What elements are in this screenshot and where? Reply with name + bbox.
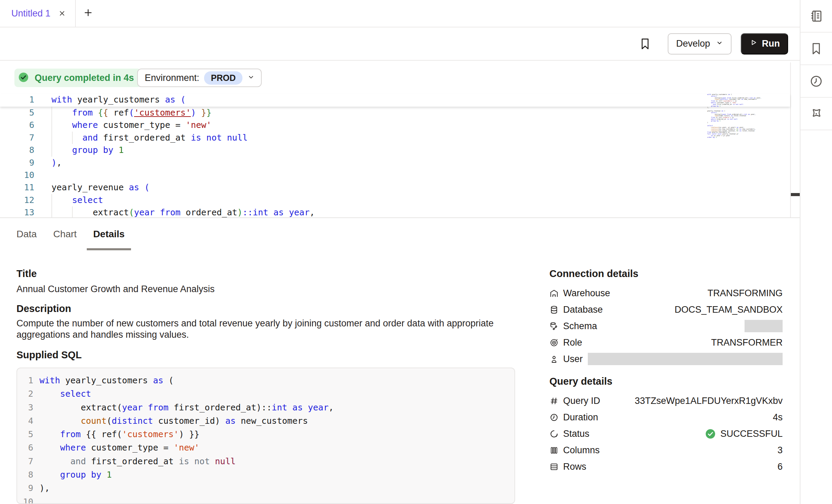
line-content: ),: [33, 481, 50, 495]
line-content: where customer_type = 'new': [33, 441, 200, 454]
description-value: Compute the number of new customers and …: [16, 318, 497, 340]
detail-row: Rows6: [549, 458, 783, 475]
line-number: 8: [0, 144, 34, 156]
code-line: 2 select: [17, 387, 514, 400]
title-heading: Title: [16, 268, 37, 279]
history-icon: [809, 74, 823, 88]
editor-sticky-line: 1with yearly_customers as (: [0, 94, 790, 107]
database-icon: [549, 305, 559, 314]
line-number: 1: [17, 374, 33, 387]
detail-label: Role: [563, 337, 582, 348]
detail-value: [602, 320, 783, 332]
code-line[interactable]: 11yearly_revenue as (: [0, 181, 790, 194]
line-number: 5: [0, 107, 34, 119]
close-icon[interactable]: [58, 9, 66, 17]
supplied-sql-block: 1with yearly_customers as (2 select3 ext…: [16, 368, 515, 504]
line-content: group by 1: [33, 468, 112, 481]
editor-body[interactable]: 5 from {{ ref('customers') }}6 where cus…: [0, 107, 790, 217]
line-number: 3: [17, 401, 33, 414]
bookmark-icon: [809, 41, 823, 56]
detail-row: Columns3: [549, 442, 783, 458]
code-line: 9),: [17, 481, 514, 495]
redacted-value: [745, 320, 783, 332]
warehouse-icon: [549, 289, 559, 298]
line-number: 13: [0, 206, 34, 217]
connection-details-heading: Connection details: [549, 268, 783, 279]
rail-button-bookmark[interactable]: [800, 33, 832, 65]
line-content: order by 1: [707, 137, 717, 139]
line-number: 12: [0, 194, 34, 206]
run-button-label: Run: [762, 38, 780, 49]
line-content: and first_ordered_at is not null: [33, 455, 236, 468]
rail-button-notebook[interactable]: [800, 0, 832, 33]
detail-label: Query ID: [563, 396, 600, 406]
line-number: 5: [17, 428, 33, 441]
bookmark-icon[interactable]: [638, 36, 652, 51]
line-number: 6: [0, 119, 34, 131]
rail-button-copilot[interactable]: [800, 98, 832, 130]
code-line: 1with yearly_customers as (: [17, 374, 514, 387]
line-number: 2: [17, 387, 33, 400]
toolbar: Develop Run: [0, 27, 800, 61]
query-details-heading: Query details: [549, 376, 783, 387]
line-content: group by 1: [34, 144, 124, 156]
code-line[interactable]: 12 select: [0, 194, 790, 206]
detail-row: User: [549, 351, 783, 367]
line-content: select: [33, 387, 91, 400]
line-number: 6: [17, 441, 33, 454]
tab-chart[interactable]: Chart: [47, 218, 83, 250]
document-tab-bar: Untitled 1: [0, 0, 800, 27]
detail-value: TRANSFORMER: [711, 337, 783, 348]
develop-button-label: Develop: [676, 38, 710, 49]
detail-label: Rows: [563, 461, 586, 472]
line-number: 11: [0, 181, 34, 194]
code-line[interactable]: 8 group by 1: [0, 144, 790, 156]
line-content: extract(year from first_ordered_at)::int…: [33, 401, 334, 414]
line-content: ),: [34, 157, 62, 169]
hash-icon: [549, 396, 559, 406]
detail-row: Query ID33TZseWpe1ALFDUYerxR1gVKxbv: [549, 393, 783, 409]
line-content: count(distinct customer_id) as new_custo…: [33, 414, 308, 428]
editor-scrollbar-thumb[interactable]: [791, 193, 800, 196]
schema-icon: [549, 322, 559, 331]
detail-row: Duration4s: [549, 409, 783, 425]
editor-minimap[interactable]: with yearly_customers as ( select extrac…: [707, 94, 788, 139]
line-content: select: [34, 194, 103, 206]
code-line[interactable]: 6 where customer_type = 'new': [0, 119, 790, 131]
line-content: and first_ordered_at is not null: [34, 132, 248, 144]
line-content: with yearly_customers as (: [33, 374, 174, 387]
redacted-value: [588, 353, 783, 365]
code-line: 6 where customer_type = 'new': [17, 441, 514, 454]
code-line: order by 1: [707, 137, 788, 139]
code-line[interactable]: 7 and first_ordered_at is not null: [0, 132, 790, 144]
code-line[interactable]: 5 from {{ ref('customers') }}: [0, 107, 790, 119]
detail-row: RoleTRANSFORMER: [549, 334, 783, 351]
document-tab-untitled-1[interactable]: Untitled 1: [0, 0, 76, 27]
code-line[interactable]: 10: [0, 169, 790, 181]
rail-button-history[interactable]: [800, 65, 832, 98]
develop-button[interactable]: Develop: [668, 33, 731, 55]
new-tab-button[interactable]: [81, 0, 96, 27]
code-line[interactable]: 9),: [0, 157, 790, 169]
code-line: 3 extract(year from first_ordered_at)::i…: [17, 401, 514, 414]
detail-value: 33TZseWpe1ALFDUYerxR1gVKxbv: [635, 396, 783, 406]
line-number: 4: [17, 414, 33, 428]
tab-data[interactable]: Data: [10, 218, 43, 250]
plus-icon: [83, 8, 93, 19]
code-line[interactable]: 13 extract(year from ordered_at)::int as…: [0, 206, 790, 217]
connection-details-panel: Connection details WarehouseTRANSFORMING…: [549, 268, 783, 367]
detail-value: 6: [777, 461, 783, 472]
editor-scrollbar[interactable]: [790, 62, 800, 217]
detail-row: StatusSUCCESSFUL: [549, 425, 783, 442]
tab-details[interactable]: Details: [87, 218, 131, 250]
notebook-icon: [809, 9, 823, 23]
sql-editor[interactable]: 1with yearly_customers as ( 5 from {{ re…: [0, 61, 800, 218]
detail-value: [587, 353, 783, 365]
run-button[interactable]: Run: [741, 33, 788, 55]
line-content: [34, 169, 51, 181]
line-content: extract(year from ordered_at)::int as ye…: [34, 206, 315, 217]
detail-value: 3: [777, 445, 783, 456]
chevron-down-icon: [716, 38, 723, 49]
detail-label: Columns: [563, 445, 600, 456]
detail-label: Warehouse: [563, 288, 610, 299]
